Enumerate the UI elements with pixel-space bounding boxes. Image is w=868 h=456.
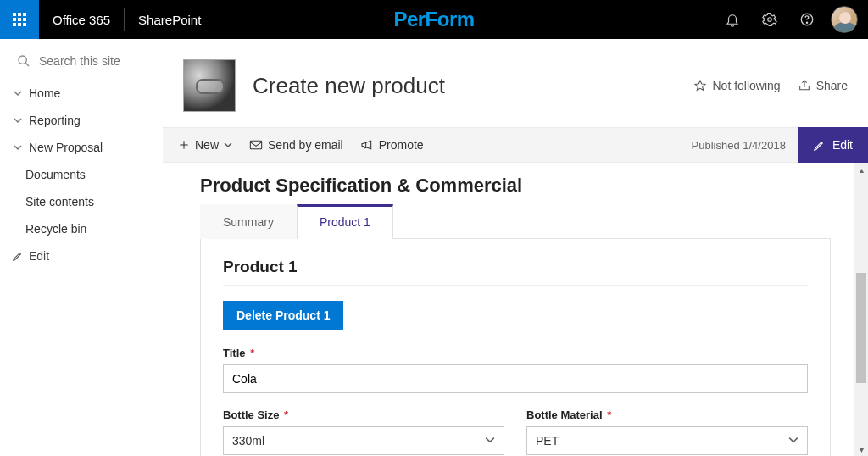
plus-icon xyxy=(178,139,190,151)
waffle-icon xyxy=(13,13,26,26)
left-nav: Home Reporting New Proposal Documents Si… xyxy=(0,39,163,456)
notifications-icon[interactable] xyxy=(714,0,751,39)
svg-point-3 xyxy=(19,56,26,64)
published-date: Published 1/4/2018 xyxy=(692,139,798,152)
page-thumbnail xyxy=(183,59,236,112)
chevron-down-icon xyxy=(224,141,232,149)
command-bar: New Send by email Promote Published 1/4/… xyxy=(163,127,868,163)
bottle-material-label: Bottle Material * xyxy=(526,409,808,421)
nav-home[interactable]: Home xyxy=(0,80,163,107)
nav-label: Home xyxy=(29,86,60,100)
delete-product-button[interactable]: Delete Product 1 xyxy=(223,301,343,330)
settings-icon[interactable] xyxy=(751,0,788,39)
select-value: 330ml xyxy=(232,434,264,448)
svg-point-2 xyxy=(806,22,807,23)
new-button[interactable]: New xyxy=(178,138,232,152)
chevron-down-icon xyxy=(485,434,495,448)
promote-label: Promote xyxy=(379,138,424,152)
search-icon xyxy=(17,54,31,68)
nav-label: Reporting xyxy=(29,114,81,127)
nav-label: Documents xyxy=(25,168,86,181)
pencil-icon xyxy=(10,250,25,262)
svg-line-4 xyxy=(25,63,29,66)
scroll-down-arrow[interactable]: ▾ xyxy=(854,442,868,456)
page-title: Create new product xyxy=(253,73,445,99)
share-button[interactable]: Share xyxy=(798,79,848,92)
edit-label: Edit xyxy=(832,138,853,152)
form-container: Product Specification & Commercial Summa… xyxy=(163,163,868,456)
search-input[interactable] xyxy=(39,54,149,68)
scroll-thumb[interactable] xyxy=(856,273,866,383)
tab-strip: Summary Product 1 xyxy=(200,203,831,239)
scrollbar[interactable]: ▴ ▾ xyxy=(854,163,868,456)
chevron-down-icon xyxy=(10,143,25,152)
suite-app-name[interactable]: Office 365 xyxy=(39,8,125,31)
product-heading: Product 1 xyxy=(223,258,808,286)
edit-page-button[interactable]: Edit xyxy=(798,127,868,163)
svg-rect-7 xyxy=(250,141,261,148)
follow-label: Not following xyxy=(712,79,780,92)
nav-new-proposal[interactable]: New Proposal xyxy=(0,134,163,161)
perform-logo: PerForm xyxy=(393,8,474,31)
pencil-icon xyxy=(813,139,826,152)
nav-label: Site contents xyxy=(25,195,94,209)
tab-summary[interactable]: Summary xyxy=(200,204,297,239)
nav-reporting[interactable]: Reporting xyxy=(0,107,163,134)
new-label: New xyxy=(195,138,219,152)
share-label: Share xyxy=(816,79,848,92)
user-avatar[interactable] xyxy=(831,6,858,33)
page-content: Create new product Not following Share N… xyxy=(163,39,868,456)
title-input[interactable] xyxy=(223,364,808,393)
share-icon xyxy=(798,79,811,92)
chevron-down-icon xyxy=(10,116,25,125)
app-launcher-button[interactable] xyxy=(0,0,39,39)
star-icon xyxy=(693,79,707,92)
section-heading: Product Specification & Commercial xyxy=(200,175,831,197)
bottle-size-label: Bottle Size * xyxy=(223,409,504,421)
nav-label: Recycle bin xyxy=(25,222,86,236)
scroll-up-arrow[interactable]: ▴ xyxy=(854,163,868,176)
bottle-size-select[interactable]: 330ml xyxy=(223,426,504,455)
nav-site-contents[interactable]: Site contents xyxy=(0,188,163,215)
help-icon[interactable] xyxy=(788,0,826,39)
mail-icon xyxy=(249,139,263,151)
title-label: Title * xyxy=(223,347,808,359)
select-value: PET xyxy=(536,434,559,448)
nav-label: New Proposal xyxy=(29,141,103,154)
page-header: Create new product Not following Share xyxy=(163,39,868,127)
site-search[interactable] xyxy=(0,47,163,80)
nav-documents[interactable]: Documents xyxy=(0,161,163,188)
nav-recycle-bin[interactable]: Recycle bin xyxy=(0,215,163,242)
tab-panel-product-1: Product 1 Delete Product 1 Title * Bottl… xyxy=(200,239,831,456)
nav-edit[interactable]: Edit xyxy=(0,242,163,270)
chevron-down-icon xyxy=(788,434,798,448)
megaphone-icon xyxy=(360,139,374,151)
bottle-material-select[interactable]: PET xyxy=(526,426,808,455)
chevron-down-icon xyxy=(10,89,25,97)
suite-site-name[interactable]: SharePoint xyxy=(125,13,214,27)
suite-bar: Office 365 SharePoint PerForm xyxy=(0,0,868,39)
send-email-button[interactable]: Send by email xyxy=(249,138,343,152)
tab-product-1[interactable]: Product 1 xyxy=(297,204,393,239)
promote-button[interactable]: Promote xyxy=(360,138,424,152)
svg-point-0 xyxy=(768,18,772,22)
nav-label: Edit xyxy=(29,249,49,263)
follow-button[interactable]: Not following xyxy=(693,79,780,92)
send-label: Send by email xyxy=(268,138,343,152)
